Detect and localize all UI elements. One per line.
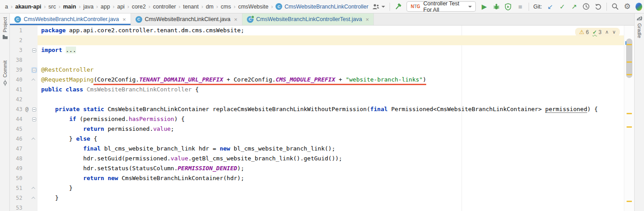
breadcrumb-item[interactable]: src <box>47 3 57 10</box>
code-line[interactable]: 1package app.api.core2.controller.tenant… <box>10 26 634 35</box>
toolwindow-button-project[interactable]: Project <box>0 17 10 39</box>
run-button[interactable]: ▶ <box>480 2 488 11</box>
editor-tab[interactable]: CCmsWebsiteBranchLinkClient.java× <box>131 13 242 25</box>
line-number[interactable]: 44 <box>10 114 23 124</box>
breadcrumb-item[interactable]: api <box>116 3 126 10</box>
code-text[interactable]: return permissioned.value; <box>38 124 634 134</box>
code-text[interactable]: final bl_cms_website_branch_link hdr = n… <box>38 144 634 154</box>
code-text[interactable]: return new CmsWebsiteBranchLinkContainer… <box>38 173 634 183</box>
code-line[interactable]: 47 final bl_cms_website_branch_link hdr … <box>10 144 634 154</box>
line-number[interactable]: 40 <box>10 75 23 85</box>
code-line[interactable]: 39@RestController <box>10 65 634 75</box>
local-history-icon[interactable] <box>582 2 590 11</box>
line-number[interactable]: 45 <box>10 124 23 134</box>
editor-scrollbar[interactable] <box>624 26 634 211</box>
code-line[interactable]: 50 return new CmsWebsiteBranchLinkContai… <box>10 173 634 183</box>
line-number[interactable]: 49 <box>10 164 23 173</box>
code-line[interactable]: 42 <box>10 95 634 104</box>
code-text[interactable] <box>38 35 634 45</box>
breadcrumb-item[interactable]: core2 <box>131 3 147 10</box>
breadcrumb-item[interactable]: cms <box>220 3 233 10</box>
line-number[interactable]: 47 <box>10 144 23 154</box>
line-number[interactable]: 46 <box>10 134 23 144</box>
code-line[interactable]: 40@RequestMapping(Core2Config.TENANT_DOM… <box>10 75 634 85</box>
breadcrumb-item[interactable]: tenant <box>182 3 200 10</box>
code-line[interactable]: 44 if (permissioned.hasPermission) { <box>10 114 634 124</box>
fold-end-icon[interactable] <box>31 78 35 82</box>
profile-avatar[interactable] <box>636 3 642 11</box>
breadcrumb-item[interactable]: cmsWebsite <box>237 3 270 10</box>
warning-stripe-mark[interactable] <box>627 44 632 45</box>
fold-collapse-icon[interactable] <box>32 48 36 52</box>
code-text[interactable]: private static CmsWebsiteBranchLinkConta… <box>38 104 634 114</box>
warning-stripe-mark[interactable] <box>627 61 632 63</box>
code-line[interactable]: 53 <box>10 203 634 211</box>
user-menu-button[interactable] <box>372 2 385 11</box>
stop-button[interactable]: ■ <box>517 2 524 11</box>
close-icon[interactable]: × <box>123 16 126 23</box>
line-number[interactable]: 51 <box>10 183 23 193</box>
code-text[interactable]: } else { <box>38 134 634 144</box>
fold-end-icon[interactable] <box>31 138 35 141</box>
line-number[interactable]: 42 <box>10 95 23 104</box>
breadcrumb-item[interactable]: dm <box>204 3 215 10</box>
build-hammer-button[interactable] <box>394 2 402 11</box>
close-icon[interactable]: × <box>365 16 369 23</box>
code-text[interactable]: public class CmsWebsiteBranchLinkControl… <box>38 85 634 95</box>
code-line[interactable]: 3import ... <box>10 45 634 55</box>
run-configuration-select[interactable]: NTG Controller Test For All <box>407 1 476 12</box>
search-everywhere-icon[interactable] <box>611 2 619 11</box>
settings-gear-icon[interactable]: ⚙ <box>623 2 631 11</box>
line-number[interactable]: 1 <box>10 26 23 35</box>
code-line[interactable]: 38 <box>10 55 634 65</box>
toolwindow-button-gradle[interactable]: Gradle <box>635 16 644 38</box>
breadcrumb-item[interactable]: controller <box>152 3 177 10</box>
fold-collapse-icon[interactable] <box>32 68 36 72</box>
warning-stripe-mark[interactable] <box>627 201 632 202</box>
debug-button[interactable] <box>492 2 500 11</box>
code-text[interactable]: import ... <box>38 45 634 55</box>
line-number[interactable]: 39 <box>10 65 23 75</box>
code-line[interactable]: 43@ private static CmsWebsiteBranchLinkC… <box>10 104 634 114</box>
line-number[interactable]: 2 <box>10 35 23 45</box>
code-line[interactable]: 2 <box>10 35 634 45</box>
code-line[interactable]: 48 hdr.setGuid(permissioned.value.getBl_… <box>10 154 634 164</box>
code-line[interactable]: 45 return permissioned.value; <box>10 124 634 134</box>
code-text[interactable] <box>38 95 634 104</box>
line-number[interactable]: 3 <box>10 45 23 55</box>
code-text[interactable] <box>38 203 634 211</box>
line-number[interactable]: 50 <box>10 173 23 183</box>
code-text[interactable]: } <box>38 183 634 193</box>
git-commit-button[interactable]: ✓ <box>559 2 566 11</box>
git-push-button[interactable]: ↗ <box>571 2 578 11</box>
line-number[interactable]: 43 <box>10 104 23 114</box>
fold-collapse-icon[interactable] <box>32 108 36 112</box>
code-text[interactable]: hdr.setGuid(permissioned.value.getBl_cms… <box>38 154 634 164</box>
toolwindow-button-commit[interactable]: Commit <box>0 60 10 86</box>
breadcrumb-item[interactable]: akaun-api <box>14 3 42 10</box>
breadcrumb-item[interactable]: CCmsWebsiteBranchLinkController <box>274 3 369 10</box>
code-text[interactable] <box>38 55 634 65</box>
code-text[interactable]: if (permissioned.hasPermission) { <box>38 114 634 124</box>
warning-stripe-mark[interactable] <box>627 126 632 128</box>
line-number[interactable]: 48 <box>10 154 23 164</box>
code-line[interactable]: 41public class CmsWebsiteBranchLinkContr… <box>10 85 634 95</box>
line-number[interactable]: 38 <box>10 55 23 65</box>
close-icon[interactable]: × <box>234 16 237 23</box>
inspections-widget[interactable]: ⚠ 6 ✓ 3 ∧ ∨ <box>575 28 620 36</box>
rollback-icon[interactable] <box>594 2 602 11</box>
code-text[interactable]: } <box>38 193 634 203</box>
code-line[interactable]: 52 } <box>10 193 634 203</box>
code-text[interactable]: @RequestMapping(Core2Config.TENANT_DOMAI… <box>38 75 634 85</box>
breadcrumb-item[interactable]: app <box>99 3 111 10</box>
fold-end-icon[interactable] <box>31 197 35 200</box>
git-update-button[interactable]: ↙ <box>547 2 554 11</box>
code-line[interactable]: 51 } <box>10 183 634 193</box>
line-number[interactable]: 41 <box>10 85 23 95</box>
next-problem-button[interactable]: ∨ <box>612 29 616 35</box>
warning-stripe-mark[interactable] <box>627 74 632 75</box>
code-text[interactable]: package app.api.core2.controller.tenant.… <box>38 26 634 35</box>
editor-tab[interactable]: CCmsWebsiteBranchLinkControllerTest.java… <box>242 13 374 25</box>
line-number[interactable]: 53 <box>10 203 23 211</box>
code-line[interactable]: 49 hdr.setStatus(StatusColumn.PERMISSION… <box>10 164 634 173</box>
